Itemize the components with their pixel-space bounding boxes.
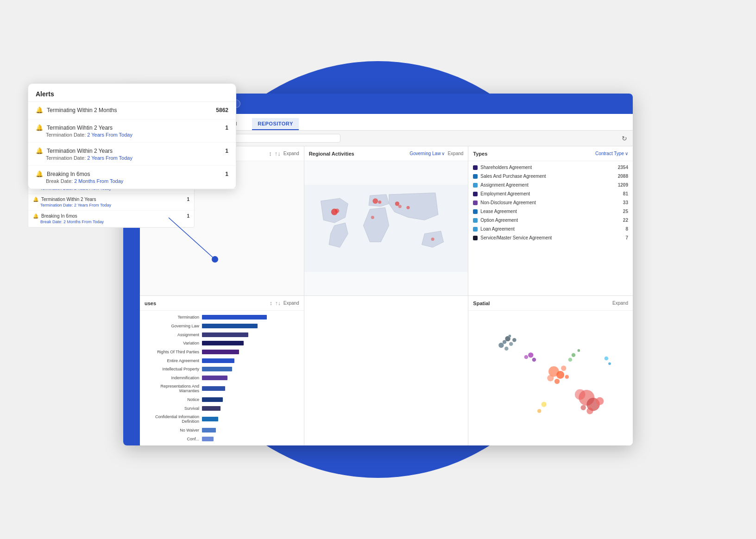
type-name-4: Non-Disclosure Agreement (480, 200, 620, 205)
clauses-panel-header: uses ↕ ↑↓ Expand (140, 296, 304, 311)
type-count-5: 25 (623, 209, 628, 214)
bar-label-12: No Waiver (144, 428, 199, 432)
mini-bell-1: 🔔 (33, 197, 38, 202)
type-row-8: Service/Master Service Agreement 7 (468, 233, 633, 242)
bar-label-10: Survival (144, 406, 199, 411)
svg-point-35 (542, 402, 547, 407)
bar-row-5: Entire Agreement (144, 358, 300, 363)
alert-date-link-1[interactable]: 2 Years From Today (87, 132, 132, 138)
type-row-0: Shareholders Agreement 2354 (468, 163, 633, 172)
type-color-2 (473, 183, 478, 188)
alert-count-0: 5862 (216, 107, 228, 113)
alert-main-row-1: 🔔 Termination Wihtin 2 Years 1 (36, 124, 228, 131)
alert-item-1: 🔔 Termination Wihtin 2 Years 1 Terminati… (28, 119, 236, 143)
alert-count-2: 1 (225, 148, 228, 154)
svg-point-3 (372, 198, 378, 204)
sort-icon-clauses-2[interactable]: ↑↓ (275, 300, 281, 307)
alert-count-3: 1 (225, 171, 228, 177)
svg-point-33 (578, 349, 580, 352)
type-count-0: 2354 (618, 165, 628, 170)
sort-icon-clauses[interactable]: ↕ (270, 300, 272, 307)
mini-date-link-2[interactable]: 2 Months From Today (63, 219, 104, 224)
sort-icon-2[interactable]: ↑↓ (275, 150, 281, 157)
bar-row-0: Termination (144, 315, 300, 320)
type-name-2: Assignment Agreement (480, 182, 615, 188)
type-row-7: Loan Agreement 8 (468, 225, 633, 233)
svg-point-9 (371, 216, 374, 219)
bar-fill-7 (202, 376, 227, 380)
bar-label-13: Conf... (144, 437, 199, 441)
alert-count-1: 1 (225, 125, 228, 131)
governing-law-filter[interactable]: Governing Law ∨ (410, 151, 445, 156)
mini-count-1: 1 (187, 197, 189, 202)
regional-panel-header: Regional Activities Governing Law ∨ Expa… (304, 146, 468, 161)
type-count-7: 8 (625, 226, 628, 232)
type-name-1: Sales And Purchase Agreement (480, 174, 615, 179)
type-row-3: Employment Agreement 81 (468, 189, 633, 198)
type-count-1: 2088 (618, 174, 628, 179)
map-container (304, 161, 468, 295)
types-list: Shareholders Agreement 2354 Sales And Pu… (468, 161, 633, 244)
spatial-expand-btn[interactable]: Expand (612, 301, 628, 306)
type-row-4: Non-Disclosure Agreement 33 (468, 198, 633, 207)
alert-date-row-1: Termination Date: 2 Years From Today (36, 132, 228, 138)
world-map-svg (304, 161, 468, 295)
bar-label-7: Indemnification (144, 376, 199, 380)
mini-bell-2: 🔔 (33, 213, 38, 219)
type-color-7 (473, 227, 478, 232)
mini-title-2: Breaking In 6mos (41, 213, 184, 219)
bar-row-4: Rights Of Third Parties (144, 350, 300, 354)
svg-point-31 (524, 355, 529, 359)
svg-point-20 (561, 366, 566, 371)
type-count-4: 33 (623, 200, 628, 205)
bar-label-4: Rights Of Third Parties (144, 350, 199, 354)
bar-row-9: Notice (144, 397, 300, 402)
bar-label-5: Entire Agreement (144, 358, 199, 363)
alerts-header: Alerts (28, 84, 236, 102)
types-panel: Types Contract Type ∨ Shareholders Agree… (468, 146, 633, 296)
bar-fill-2 (202, 332, 248, 337)
svg-point-18 (556, 371, 564, 379)
chevron-down-icon: ∨ (441, 151, 445, 156)
panels-grid: Folders ↕ ↑↓ Expand Regional Activities … (140, 146, 633, 445)
type-row-1: Sales And Purchase Agreement 2088 (468, 172, 633, 181)
types-panel-header: Types Contract Type ∨ (468, 146, 633, 161)
svg-point-34 (568, 358, 573, 362)
bar-label-8: Representations And Warranties (144, 384, 199, 393)
type-count-8: 7 (625, 235, 628, 240)
clauses-expand-btn[interactable]: Expand (284, 301, 299, 306)
type-count-3: 81 (623, 191, 628, 196)
bar-chart: Termination Governing Law Assignment Var… (140, 311, 304, 445)
type-color-0 (473, 165, 478, 170)
refresh-button[interactable]: ↻ (622, 135, 627, 142)
regional-actions: Governing Law ∨ Expand (410, 151, 463, 156)
alert-item-2: 🔔 Termination Within 2 Years 1 Terminati… (28, 143, 236, 166)
alert-date-link-2[interactable]: 2 Years From Today (87, 155, 132, 161)
sort-icon-1[interactable]: ↕ (269, 150, 272, 157)
svg-point-36 (537, 409, 542, 413)
type-name-7: Loan Agreement (480, 226, 623, 232)
alert-date-link-3[interactable]: 2 Months From Today (74, 178, 123, 184)
bar-label-9: Notice (144, 397, 199, 402)
tab-repository[interactable]: REPOSITORY (252, 118, 299, 130)
svg-point-4 (378, 201, 381, 204)
mini-alert-2: 🔔 Breaking In 6mos 1 Break Date: 2 Month… (28, 211, 194, 227)
folders-actions: ↕ ↑↓ Expand (269, 150, 299, 157)
folders-expand-btn[interactable]: Expand (284, 151, 299, 156)
bar-fill-9 (202, 397, 223, 402)
bar-row-3: Variation (144, 341, 300, 345)
regional-title: Regional Activities (309, 151, 354, 157)
mini-alert-row-1: 🔔 Termination Within 2 Years 1 (33, 197, 189, 202)
type-row-5: Lease Agreement 25 (468, 207, 633, 216)
bar-fill-5 (202, 358, 234, 363)
bar-label-11: Confidential Information Definition (144, 414, 199, 424)
mini-date-link-1[interactable]: 2 Years From Today (74, 203, 111, 207)
bar-row-10: Survival (144, 406, 300, 411)
contract-type-filter[interactable]: Contract Type ∨ (595, 151, 628, 156)
svg-point-38 (608, 362, 611, 365)
alerts-popup: Alerts 🔔 Terminating Within 2 Months 586… (28, 83, 236, 189)
type-name-5: Lease Agreement (480, 209, 620, 214)
regional-expand-btn[interactable]: Expand (447, 151, 463, 156)
alert-date-row-2: Termination Date: 2 Years From Today (36, 155, 228, 161)
svg-point-16 (509, 335, 511, 338)
